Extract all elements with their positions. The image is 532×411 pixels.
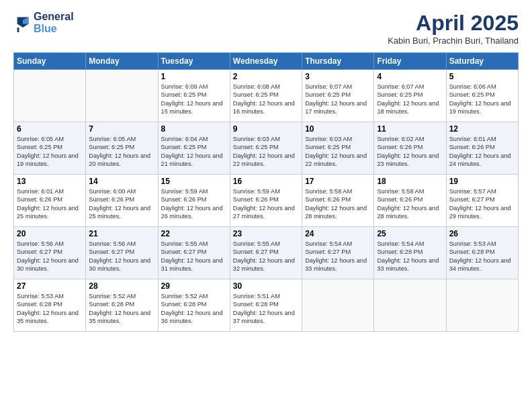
calendar-cell: 27Sunrise: 5:53 AMSunset: 6:28 PMDayligh… xyxy=(14,279,86,332)
day-number: 21 xyxy=(89,229,154,238)
day-number: 8 xyxy=(161,124,227,134)
calendar-cell: 7Sunrise: 6:05 AMSunset: 6:25 PMDaylight… xyxy=(86,122,158,175)
calendar-table: SundayMondayTuesdayWednesdayThursdayFrid… xyxy=(13,52,519,332)
day-number: 4 xyxy=(377,72,443,81)
day-number: 19 xyxy=(449,177,515,186)
calendar-cell: 9Sunrise: 6:03 AMSunset: 6:25 PMDaylight… xyxy=(230,122,302,175)
cell-info: Sunrise: 5:51 AMSunset: 6:28 PMDaylight:… xyxy=(233,292,299,326)
cell-info: Sunrise: 6:01 AMSunset: 6:26 PMDaylight:… xyxy=(17,187,83,221)
cell-info: Sunrise: 5:54 AMSunset: 6:28 PMDaylight:… xyxy=(377,240,443,273)
day-number: 24 xyxy=(305,229,371,238)
logo-text: General Blue xyxy=(34,11,74,34)
calendar-cell: 21Sunrise: 5:56 AMSunset: 6:27 PMDayligh… xyxy=(86,227,158,279)
day-number: 1 xyxy=(161,72,227,81)
cell-info: Sunrise: 6:01 AMSunset: 6:26 PMDaylight:… xyxy=(449,135,515,169)
calendar-cell: 29Sunrise: 5:52 AMSunset: 6:28 PMDayligh… xyxy=(158,279,230,332)
day-number: 10 xyxy=(305,124,371,134)
calendar-cell: 1Sunrise: 6:09 AMSunset: 6:25 PMDaylight… xyxy=(158,70,230,122)
weekday-header-monday: Monday xyxy=(86,53,158,70)
calendar-week-5: 27Sunrise: 5:53 AMSunset: 6:28 PMDayligh… xyxy=(14,279,519,332)
cell-info: Sunrise: 6:09 AMSunset: 6:25 PMDaylight:… xyxy=(161,83,227,116)
cell-info: Sunrise: 5:53 AMSunset: 6:28 PMDaylight:… xyxy=(449,240,515,273)
calendar-cell: 4Sunrise: 6:07 AMSunset: 6:25 PMDaylight… xyxy=(374,70,446,122)
weekday-header-tuesday: Tuesday xyxy=(158,53,230,70)
title-block: April 2025 Kabin Buri, Prachin Buri, Tha… xyxy=(388,11,519,46)
calendar-cell: 3Sunrise: 6:07 AMSunset: 6:25 PMDaylight… xyxy=(302,70,374,122)
day-number: 15 xyxy=(161,177,227,186)
calendar-cell: 5Sunrise: 6:06 AMSunset: 6:25 PMDaylight… xyxy=(446,70,518,122)
cell-info: Sunrise: 6:05 AMSunset: 6:25 PMDaylight:… xyxy=(17,135,83,169)
logo: General Blue xyxy=(13,11,74,34)
calendar-cell: 13Sunrise: 6:01 AMSunset: 6:26 PMDayligh… xyxy=(14,175,86,227)
day-number: 20 xyxy=(17,229,83,238)
page: General Blue April 2025 Kabin Buri, Prac… xyxy=(0,0,532,411)
calendar-week-1: 1Sunrise: 6:09 AMSunset: 6:25 PMDaylight… xyxy=(14,70,519,122)
day-number: 27 xyxy=(17,281,83,291)
logo-icon xyxy=(13,13,32,32)
cell-info: Sunrise: 5:56 AMSunset: 6:27 PMDaylight:… xyxy=(17,240,83,273)
day-number: 5 xyxy=(449,72,515,81)
cell-info: Sunrise: 5:56 AMSunset: 6:27 PMDaylight:… xyxy=(89,240,154,273)
cell-info: Sunrise: 6:07 AMSunset: 6:25 PMDaylight:… xyxy=(305,83,371,116)
day-number: 29 xyxy=(161,281,227,291)
cell-info: Sunrise: 5:57 AMSunset: 6:27 PMDaylight:… xyxy=(449,187,515,221)
calendar-cell: 6Sunrise: 6:05 AMSunset: 6:25 PMDaylight… xyxy=(14,122,86,175)
calendar-cell: 17Sunrise: 5:58 AMSunset: 6:26 PMDayligh… xyxy=(302,175,374,227)
cell-info: Sunrise: 6:06 AMSunset: 6:25 PMDaylight:… xyxy=(449,83,515,116)
cell-info: Sunrise: 6:07 AMSunset: 6:25 PMDaylight:… xyxy=(377,83,443,116)
svg-rect-3 xyxy=(17,28,19,32)
calendar-cell: 28Sunrise: 5:52 AMSunset: 6:28 PMDayligh… xyxy=(86,279,158,332)
calendar-week-3: 13Sunrise: 6:01 AMSunset: 6:26 PMDayligh… xyxy=(14,175,519,227)
calendar-cell: 12Sunrise: 6:01 AMSunset: 6:26 PMDayligh… xyxy=(446,122,518,175)
calendar-cell xyxy=(14,70,86,122)
day-number: 22 xyxy=(161,229,227,238)
cell-info: Sunrise: 5:59 AMSunset: 6:26 PMDaylight:… xyxy=(161,187,227,221)
weekday-header-saturday: Saturday xyxy=(446,53,518,70)
calendar-cell: 20Sunrise: 5:56 AMSunset: 6:27 PMDayligh… xyxy=(14,227,86,279)
day-number: 18 xyxy=(377,177,443,186)
day-number: 17 xyxy=(305,177,371,186)
calendar-cell: 25Sunrise: 5:54 AMSunset: 6:28 PMDayligh… xyxy=(374,227,446,279)
weekday-header-sunday: Sunday xyxy=(14,53,86,70)
day-number: 13 xyxy=(17,177,83,186)
cell-info: Sunrise: 5:52 AMSunset: 6:28 PMDaylight:… xyxy=(89,292,154,326)
cell-info: Sunrise: 6:02 AMSunset: 6:26 PMDaylight:… xyxy=(377,135,443,169)
calendar-week-2: 6Sunrise: 6:05 AMSunset: 6:25 PMDaylight… xyxy=(14,122,519,175)
cell-info: Sunrise: 6:08 AMSunset: 6:25 PMDaylight:… xyxy=(233,83,299,116)
cell-info: Sunrise: 6:04 AMSunset: 6:25 PMDaylight:… xyxy=(161,135,227,169)
calendar-cell xyxy=(446,279,518,332)
calendar-cell: 19Sunrise: 5:57 AMSunset: 6:27 PMDayligh… xyxy=(446,175,518,227)
day-number: 25 xyxy=(377,229,443,238)
cell-info: Sunrise: 5:55 AMSunset: 6:27 PMDaylight:… xyxy=(161,240,227,273)
cell-info: Sunrise: 5:55 AMSunset: 6:27 PMDaylight:… xyxy=(233,240,299,273)
calendar-cell: 18Sunrise: 5:58 AMSunset: 6:26 PMDayligh… xyxy=(374,175,446,227)
cell-info: Sunrise: 5:59 AMSunset: 6:26 PMDaylight:… xyxy=(233,187,299,221)
day-number: 14 xyxy=(89,177,154,186)
day-number: 12 xyxy=(449,124,515,134)
day-number: 30 xyxy=(233,281,299,291)
cell-info: Sunrise: 5:53 AMSunset: 6:28 PMDaylight:… xyxy=(17,292,83,326)
calendar-cell: 16Sunrise: 5:59 AMSunset: 6:26 PMDayligh… xyxy=(230,175,302,227)
cell-info: Sunrise: 6:03 AMSunset: 6:25 PMDaylight:… xyxy=(233,135,299,169)
day-number: 16 xyxy=(233,177,299,186)
cell-info: Sunrise: 6:03 AMSunset: 6:25 PMDaylight:… xyxy=(305,135,371,169)
weekday-header-wednesday: Wednesday xyxy=(230,53,302,70)
calendar-week-4: 20Sunrise: 5:56 AMSunset: 6:27 PMDayligh… xyxy=(14,227,519,279)
day-number: 26 xyxy=(449,229,515,238)
day-number: 9 xyxy=(233,124,299,134)
weekday-header-friday: Friday xyxy=(374,53,446,70)
header: General Blue April 2025 Kabin Buri, Prac… xyxy=(13,11,519,46)
cell-info: Sunrise: 6:05 AMSunset: 6:25 PMDaylight:… xyxy=(89,135,154,169)
calendar-cell: 14Sunrise: 6:00 AMSunset: 6:26 PMDayligh… xyxy=(86,175,158,227)
calendar-cell: 30Sunrise: 5:51 AMSunset: 6:28 PMDayligh… xyxy=(230,279,302,332)
day-number: 6 xyxy=(17,124,83,134)
calendar-cell: 22Sunrise: 5:55 AMSunset: 6:27 PMDayligh… xyxy=(158,227,230,279)
weekday-header-row: SundayMondayTuesdayWednesdayThursdayFrid… xyxy=(14,53,519,70)
month-title: April 2025 xyxy=(388,11,519,36)
calendar-cell: 26Sunrise: 5:53 AMSunset: 6:28 PMDayligh… xyxy=(446,227,518,279)
calendar-cell xyxy=(302,279,374,332)
cell-info: Sunrise: 5:52 AMSunset: 6:28 PMDaylight:… xyxy=(161,292,227,326)
cell-info: Sunrise: 5:58 AMSunset: 6:26 PMDaylight:… xyxy=(377,187,443,221)
day-number: 28 xyxy=(89,281,154,291)
calendar-cell: 23Sunrise: 5:55 AMSunset: 6:27 PMDayligh… xyxy=(230,227,302,279)
